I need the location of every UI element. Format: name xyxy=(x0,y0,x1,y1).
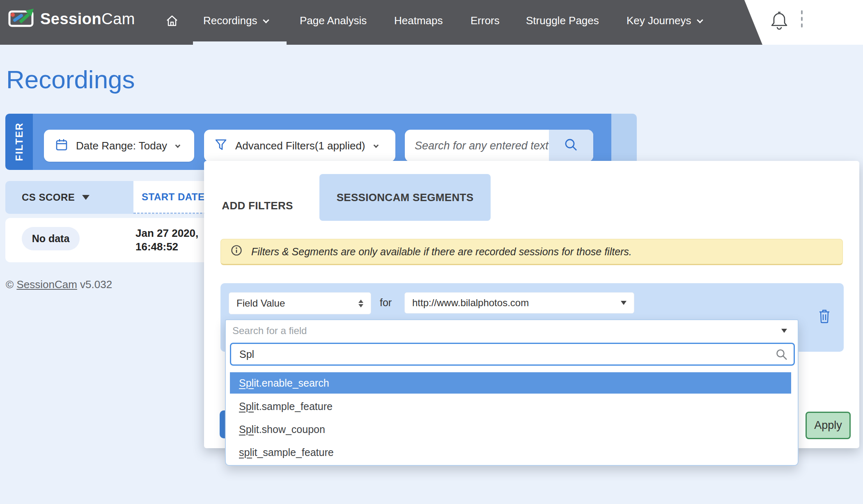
field-select-placeholder: Search for a field xyxy=(232,325,307,337)
chevron-down-icon xyxy=(697,17,703,23)
field-option-split-enable-search[interactable]: Split.enable_search xyxy=(230,372,791,394)
field-option-split-show-coupon[interactable]: Split.show_coupon xyxy=(230,419,791,440)
tab-sessioncam-segments[interactable]: SESSIONCAM SEGMENTS xyxy=(319,174,491,221)
chevron-down-icon xyxy=(373,142,379,148)
nav-item-label: Page Analysis xyxy=(300,14,367,27)
info-banner-text: Filters & Segments are only available if… xyxy=(251,246,632,258)
nav-item-recordings[interactable]: Recordings xyxy=(203,0,268,41)
field-type-value: Field Value xyxy=(236,298,285,309)
field-query-input[interactable] xyxy=(231,344,761,364)
search-icon xyxy=(564,137,578,154)
select-spinner-icon xyxy=(358,300,363,307)
nav-item-label: Struggle Pages xyxy=(526,14,599,27)
apply-button[interactable]: Apply xyxy=(806,412,851,439)
date-range-button[interactable]: Date Range: Today xyxy=(44,130,194,162)
active-nav-indicator xyxy=(193,41,287,45)
nav-item-label: Recordings xyxy=(203,14,257,27)
nav-item-errors[interactable]: Errors xyxy=(471,0,500,41)
overflow-menu-icon[interactable] xyxy=(801,10,803,27)
advanced-filters-label: Advanced Filters(1 applied) xyxy=(235,140,365,152)
sessioncam-logo-icon xyxy=(8,9,34,29)
nav-corner-cutout xyxy=(742,0,863,45)
site-select[interactable]: http://www.bilalphotos.com xyxy=(404,292,634,314)
chevron-down-icon xyxy=(263,17,269,23)
delete-filter-button[interactable] xyxy=(815,308,834,327)
filter-side-tab[interactable]: FILTER xyxy=(5,114,33,170)
field-query-box xyxy=(230,343,795,366)
brand-name: SessionCam xyxy=(40,10,135,28)
nav-item-page-analysis[interactable]: Page Analysis xyxy=(300,0,367,41)
dropdown-arrow-icon xyxy=(621,301,627,305)
copyright-symbol: © xyxy=(6,278,14,291)
page-title: Recordings xyxy=(6,65,135,94)
funnel-filter-icon xyxy=(215,138,227,153)
footer-version: v5.032 xyxy=(80,278,112,291)
advanced-filters-button[interactable]: Advanced Filters(1 applied) xyxy=(204,130,395,162)
footer-sessioncam-link[interactable]: SessionCam xyxy=(16,278,77,291)
date-range-label: Date Range: Today xyxy=(76,140,167,152)
sessioncam-logo[interactable]: SessionCam xyxy=(8,9,135,29)
nav-item-label: Errors xyxy=(471,14,500,27)
text-search-box xyxy=(405,130,593,162)
search-button[interactable] xyxy=(549,130,593,162)
top-nav: SessionCam Recordings Page Analysis Heat… xyxy=(0,0,863,45)
field-type-select[interactable]: Field Value xyxy=(229,292,371,314)
field-option-split-sample-feature[interactable]: Split.sample_feature xyxy=(230,396,791,417)
nav-item-label: Heatmaps xyxy=(394,14,443,27)
text-search-input[interactable] xyxy=(415,131,554,160)
notifications-bell-icon[interactable] xyxy=(770,11,788,34)
home-icon[interactable] xyxy=(165,0,179,41)
chevron-down-icon xyxy=(175,142,181,148)
site-select-value: http://www.bilalphotos.com xyxy=(412,297,529,309)
search-icon xyxy=(776,348,788,362)
info-icon xyxy=(231,245,242,259)
sort-descending-icon xyxy=(82,195,90,200)
sessioncam-app: SessionCam Recordings Page Analysis Heat… xyxy=(0,0,863,504)
field-option-split-sample-feature-underscore[interactable]: split_sample_feature xyxy=(230,442,791,463)
filter-tab-label: FILTER xyxy=(14,122,25,161)
field-select-display[interactable]: Search for a field xyxy=(226,320,798,341)
column-header-cs-score[interactable]: CS SCORE xyxy=(5,181,133,214)
nav-item-struggle-pages[interactable]: Struggle Pages xyxy=(526,0,599,41)
field-search-combo: Search for a field Split.enable_search S… xyxy=(225,319,799,466)
nav-item-heatmaps[interactable]: Heatmaps xyxy=(394,0,443,41)
nav-item-label: Key Journeys xyxy=(627,14,691,27)
start-date-header-label: START DATE xyxy=(142,191,204,203)
cs-score-header-label: CS SCORE xyxy=(22,192,75,203)
info-banner: Filters & Segments are only available if… xyxy=(220,239,843,265)
footer: © SessionCam v5.032 xyxy=(6,278,112,291)
tab-add-filters[interactable]: ADD FILTERS xyxy=(220,187,294,224)
start-date-cell: Jan 27 2020, 16:48:52 xyxy=(135,227,198,254)
calendar-icon xyxy=(55,138,68,153)
nav-item-key-journeys[interactable]: Key Journeys xyxy=(627,0,702,41)
for-label: for xyxy=(380,297,392,309)
dropdown-arrow-icon xyxy=(781,329,787,333)
cs-score-badge: No data xyxy=(22,227,80,250)
trash-icon xyxy=(818,309,831,325)
